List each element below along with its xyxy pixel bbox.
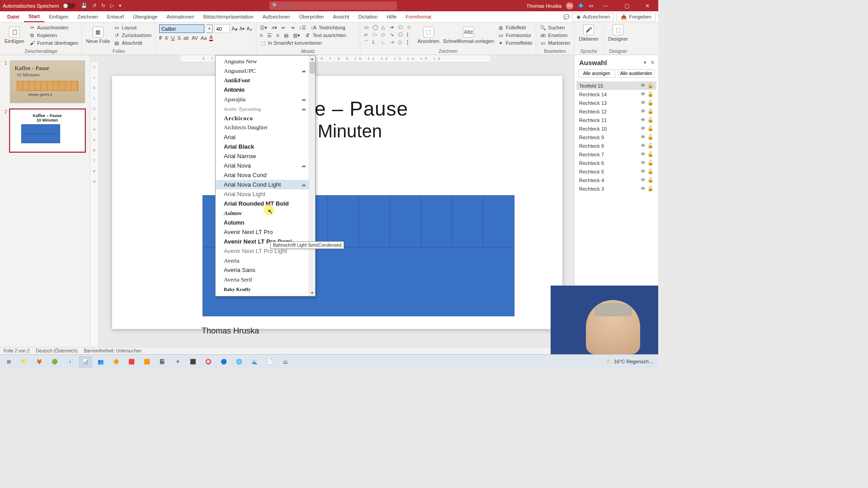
tab-record[interactable]: Aufzeichnen: [258, 11, 295, 22]
font-option[interactable]: Arial Nova☁: [216, 161, 315, 170]
font-size-input[interactable]: [214, 24, 230, 33]
start-menu-icon[interactable]: ⊞: [2, 356, 15, 368]
lock-icon[interactable]: 🔓: [647, 151, 654, 157]
selection-item[interactable]: Textfeld 15👁🔓: [576, 81, 656, 90]
scroll-down-icon[interactable]: ▼: [309, 290, 315, 296]
tab-home[interactable]: Start: [24, 11, 44, 22]
indent-icon[interactable]: ⇥: [290, 25, 294, 31]
selection-item[interactable]: Rechteck 9👁🔓: [576, 133, 656, 141]
visibility-icon[interactable]: 👁: [641, 177, 646, 183]
replace-button[interactable]: abErsetzen: [540, 32, 570, 38]
comments-icon[interactable]: 💬: [563, 14, 570, 20]
record-button[interactable]: ◉ Aufzeichnen: [572, 13, 614, 21]
text-direction-button[interactable]: ↕ATextrichtung: [311, 24, 345, 31]
convert-smartart-button[interactable]: ⬚In SmartArt konvertieren: [260, 40, 356, 46]
slide-thumbnail-2[interactable]: Kaffee – Pause 10 Minuten: [10, 109, 85, 152]
visibility-icon[interactable]: 👁: [641, 91, 646, 97]
visibility-icon[interactable]: 👁: [641, 134, 646, 140]
font-option[interactable]: AntikFont: [216, 75, 315, 85]
shape-outline-button[interactable]: ▭Formkontur: [498, 32, 533, 38]
app-icon[interactable]: ⭕: [202, 356, 215, 368]
outlook-icon[interactable]: 📧: [63, 356, 77, 368]
selection-item[interactable]: Rechteck 6👁🔓: [576, 159, 656, 167]
section-button[interactable]: ▤Abschnitt: [113, 40, 151, 46]
status-language[interactable]: Deutsch (Österreich): [36, 348, 77, 353]
tab-dictation[interactable]: Dictation: [354, 11, 382, 22]
visibility-icon[interactable]: 👁: [641, 83, 646, 89]
pane-move-icon[interactable]: ▾: [644, 60, 646, 65]
clear-format-icon[interactable]: Aᵩ: [246, 26, 252, 32]
tab-shape-format[interactable]: Formformat: [401, 11, 436, 22]
selection-item[interactable]: Rechteck 3👁🔓: [576, 184, 656, 193]
selection-item[interactable]: Rechteck 13👁🔓: [576, 99, 656, 107]
undo-icon[interactable]: ↺: [92, 3, 96, 8]
tab-transitions[interactable]: Übergänge: [128, 11, 162, 22]
visibility-icon[interactable]: 👁: [641, 169, 646, 174]
case-icon[interactable]: Aa: [201, 35, 207, 41]
selection-item[interactable]: Rechteck 11👁🔓: [576, 116, 656, 124]
edge-icon[interactable]: 🌊: [248, 356, 261, 368]
app-icon[interactable]: ⬛: [186, 356, 200, 368]
font-option[interactable]: Averia: [216, 256, 315, 265]
font-option[interactable]: Avenir Next LT Pro: [216, 227, 315, 237]
visibility-icon[interactable]: 👁: [641, 117, 646, 123]
visibility-icon[interactable]: 👁: [641, 100, 646, 106]
start-show-icon[interactable]: ▷: [110, 3, 114, 8]
align-left-icon[interactable]: ≡: [260, 33, 263, 38]
tab-animations[interactable]: Animationen: [162, 11, 198, 22]
align-text-button[interactable]: ⇵Text ausrichten: [305, 32, 346, 38]
save-icon[interactable]: 💾: [81, 3, 87, 8]
new-slide-button[interactable]: ▦Neue Folie: [86, 24, 110, 46]
font-option[interactable]: Averia Serif: [216, 275, 315, 284]
selection-item[interactable]: Rechteck 5👁🔓: [576, 167, 656, 176]
selection-item[interactable]: Rechteck 8👁🔓: [576, 141, 656, 150]
bold-icon[interactable]: F: [159, 35, 162, 41]
onenote-icon[interactable]: 📓: [156, 356, 169, 368]
ribbon-options-icon[interactable]: ▭: [589, 3, 593, 9]
visibility-icon[interactable]: 👁: [641, 160, 646, 166]
align-center-icon[interactable]: ☰: [267, 33, 272, 38]
selection-item[interactable]: Rechteck 7👁🔓: [576, 150, 656, 159]
vlc-icon[interactable]: 🔶: [109, 356, 123, 368]
visibility-icon[interactable]: 👁: [641, 143, 646, 149]
font-option[interactable]: Arial Nova Cond Light☁: [216, 180, 315, 189]
app-icon[interactable]: 🗂: [278, 356, 292, 368]
font-option[interactable]: Arial Rounded MT Bold: [216, 199, 315, 208]
lock-icon[interactable]: 🔓: [647, 91, 654, 97]
tab-file[interactable]: Datei: [3, 11, 24, 22]
font-option[interactable]: Architects Daughter: [216, 123, 315, 132]
lock-icon[interactable]: 🔓: [647, 126, 654, 131]
app-icon[interactable]: 🟧: [140, 356, 154, 368]
tab-design[interactable]: Entwurf: [103, 11, 128, 22]
app-icon[interactable]: 📄: [263, 356, 277, 368]
weather-widget[interactable]: ⛅ 16°C Regensch…: [606, 359, 654, 365]
font-option[interactable]: Aparajita☁: [216, 94, 315, 104]
font-option[interactable]: Arabic Typesetting☁: [216, 104, 315, 113]
copy-button[interactable]: ⧉Kopieren: [29, 32, 78, 38]
font-color-icon[interactable]: A: [209, 34, 212, 41]
teams-icon[interactable]: 👥: [94, 356, 108, 368]
font-option[interactable]: Asimov: [216, 208, 315, 218]
justify-icon[interactable]: ▤: [284, 33, 288, 38]
decrease-font-icon[interactable]: A▾: [240, 26, 245, 31]
font-name-input[interactable]: [159, 24, 204, 33]
lock-icon[interactable]: 🔓: [647, 117, 654, 123]
pane-close-icon[interactable]: ✕: [651, 60, 655, 65]
selection-item[interactable]: Rechteck 10👁🔓: [576, 124, 656, 133]
slide-author-text[interactable]: Thomas Hruska: [202, 326, 259, 336]
numbering-icon[interactable]: ≡▾: [272, 25, 277, 31]
align-right-icon[interactable]: ≡: [276, 33, 279, 38]
hide-all-button[interactable]: Alle ausblenden: [618, 69, 655, 78]
visibility-icon[interactable]: 👁: [641, 126, 646, 131]
user-avatar[interactable]: TH: [566, 2, 573, 9]
reset-button[interactable]: ↺Zurücksetzen: [113, 32, 151, 38]
search-box[interactable]: 🔍: [269, 1, 397, 10]
explorer-icon[interactable]: 📁: [17, 356, 31, 368]
bullets-icon[interactable]: ☰▾: [260, 25, 267, 31]
firefox-icon[interactable]: 🦊: [33, 356, 46, 368]
lock-icon[interactable]: 🔓: [647, 134, 654, 140]
font-dropdown[interactable]: Angsana NewAngsanaUPC☁AntikFontAntonioAp…: [215, 55, 316, 296]
tab-insert[interactable]: Einfügen: [44, 11, 73, 22]
font-option[interactable]: Autumn: [216, 218, 315, 227]
font-option[interactable]: Averia Sans: [216, 265, 315, 275]
